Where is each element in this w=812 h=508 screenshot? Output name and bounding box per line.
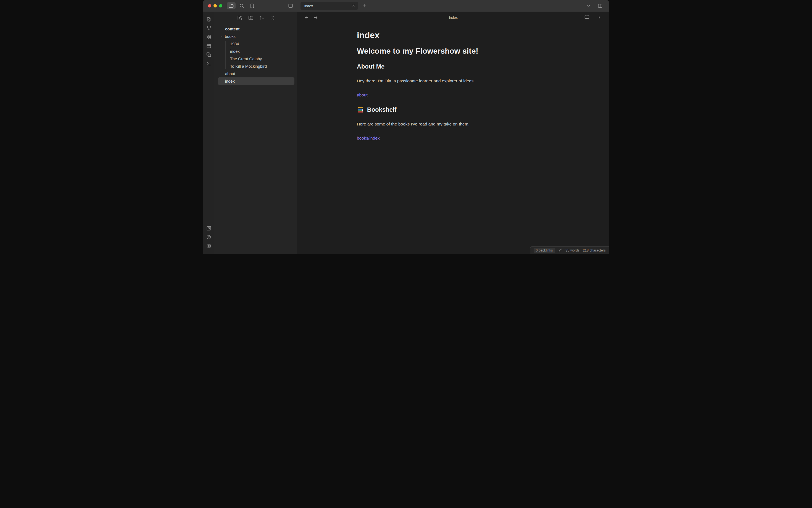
file-explorer-toolbar bbox=[215, 12, 297, 24]
search-icon bbox=[239, 3, 244, 8]
new-tab-button[interactable] bbox=[361, 2, 368, 9]
character-count: 218 characters bbox=[583, 249, 606, 252]
settings-button[interactable] bbox=[205, 242, 213, 250]
tab-close-button[interactable] bbox=[350, 3, 356, 9]
quick-switcher-button[interactable] bbox=[205, 15, 213, 24]
books-emoji-icon bbox=[357, 106, 364, 114]
navigate-forward-button[interactable] bbox=[312, 14, 319, 21]
collapse-all-button[interactable] bbox=[269, 14, 277, 22]
right-sidebar-toggle-button[interactable] bbox=[596, 2, 605, 9]
bookshelf-link[interactable]: books/index bbox=[357, 136, 380, 140]
obsidian-window: index bbox=[203, 0, 609, 254]
ribbon bbox=[203, 12, 215, 254]
arrow-left-icon bbox=[304, 15, 309, 20]
tab-bar: index bbox=[298, 0, 609, 12]
new-folder-icon bbox=[248, 15, 253, 20]
panel-left-icon bbox=[288, 3, 293, 8]
help-button[interactable] bbox=[205, 233, 213, 241]
editor-pane: index index Welcome to my bbox=[298, 12, 609, 254]
command-palette-button[interactable] bbox=[205, 59, 213, 68]
arrow-right-icon bbox=[314, 15, 318, 20]
graph-icon bbox=[206, 26, 211, 31]
reading-view-button[interactable] bbox=[582, 14, 591, 21]
vault-switcher-button[interactable] bbox=[205, 224, 213, 232]
status-bar: 0 backlinks 35 words 218 characters bbox=[530, 246, 609, 254]
close-window-button[interactable] bbox=[208, 4, 211, 7]
tree-item-label: The Great Gatsby bbox=[230, 57, 262, 61]
tab-index[interactable]: index bbox=[300, 2, 358, 10]
tree-file-books-index[interactable]: index bbox=[218, 47, 294, 55]
more-options-button[interactable] bbox=[594, 14, 604, 21]
search-button[interactable] bbox=[237, 2, 246, 9]
about-heading: About Me bbox=[357, 63, 598, 71]
book-open-icon bbox=[584, 15, 589, 20]
daily-note-button[interactable] bbox=[205, 42, 213, 50]
folder-icon bbox=[229, 3, 234, 8]
tab-list-button[interactable] bbox=[584, 2, 593, 9]
copy-icon bbox=[206, 52, 211, 57]
more-vertical-icon bbox=[597, 15, 602, 20]
sort-order-button[interactable] bbox=[258, 14, 266, 22]
vault-title[interactable]: content bbox=[218, 25, 294, 33]
tree-file-the-great-gatsby[interactable]: The Great Gatsby bbox=[218, 55, 294, 62]
calendar-icon bbox=[206, 43, 211, 48]
terminal-icon bbox=[206, 61, 211, 66]
pencil-icon[interactable] bbox=[559, 249, 562, 252]
tree-item-label: index bbox=[225, 79, 235, 83]
tree-item-label: index bbox=[230, 49, 240, 54]
note-inline-title: index bbox=[357, 30, 598, 40]
title-bar-right bbox=[584, 2, 609, 9]
tree-item-label: 1984 bbox=[230, 42, 239, 46]
sort-order-icon bbox=[259, 15, 264, 20]
view-header: index bbox=[298, 12, 609, 23]
navigate-back-button[interactable] bbox=[303, 14, 310, 21]
tab-title: index bbox=[304, 4, 350, 8]
backlinks-count[interactable]: 0 backlinks bbox=[534, 248, 555, 253]
collapse-all-icon bbox=[271, 15, 275, 20]
tree-item-label: about bbox=[225, 72, 235, 76]
traffic-lights bbox=[203, 4, 226, 7]
title-bar: index bbox=[203, 0, 609, 12]
word-count: 35 words bbox=[566, 249, 580, 252]
close-icon bbox=[351, 4, 355, 8]
new-note-icon bbox=[237, 15, 242, 20]
tree-folder-children: 1984 index The Great Gatsby To Kill a Mo… bbox=[215, 40, 297, 70]
new-folder-button[interactable] bbox=[247, 14, 254, 22]
tree-file-1984[interactable]: 1984 bbox=[218, 40, 294, 47]
bookmark-icon bbox=[250, 3, 255, 8]
zoom-window-button[interactable] bbox=[219, 4, 222, 7]
note-content: index Welcome to my Flowershow site! Abo… bbox=[298, 23, 609, 149]
canvas-button[interactable] bbox=[205, 33, 213, 41]
tree-file-index-selected[interactable]: index bbox=[218, 77, 294, 85]
bookshelf-heading: Bookshelf bbox=[357, 106, 598, 114]
files-view-button[interactable] bbox=[227, 2, 236, 9]
tree-folder-books[interactable]: books bbox=[218, 33, 294, 40]
tree-item-label: To Kill a Mockingbird bbox=[230, 64, 267, 69]
about-link[interactable]: about bbox=[357, 93, 368, 97]
title-bar-left bbox=[203, 0, 298, 12]
file-tree: content books 1984 index The bbox=[215, 24, 297, 86]
bookmarks-button[interactable] bbox=[248, 2, 256, 9]
insert-template-button[interactable] bbox=[205, 51, 213, 59]
grid-icon bbox=[206, 35, 211, 40]
view-header-title: index bbox=[298, 15, 609, 19]
vault-title-label: content bbox=[225, 27, 239, 31]
panel-right-icon bbox=[598, 3, 603, 8]
left-sidebar-toggle-button[interactable] bbox=[286, 2, 295, 9]
new-note-button[interactable] bbox=[236, 14, 243, 22]
chevron-down-icon bbox=[586, 4, 591, 8]
help-icon bbox=[206, 235, 211, 240]
minimize-window-button[interactable] bbox=[213, 4, 217, 7]
chevron-down-icon bbox=[220, 35, 223, 38]
vault-icon bbox=[206, 226, 211, 231]
bookshelf-heading-label: Bookshelf bbox=[367, 106, 396, 114]
plus-icon bbox=[362, 4, 367, 8]
settings-gear-icon bbox=[206, 244, 211, 249]
file-explorer: content books 1984 index The bbox=[215, 12, 298, 254]
about-paragraph: Hey there! I'm Ola, a passionate learner… bbox=[357, 78, 598, 84]
tree-file-about[interactable]: about bbox=[218, 70, 294, 77]
graph-view-button[interactable] bbox=[205, 24, 213, 32]
tree-item-label: books bbox=[225, 34, 236, 39]
tree-file-to-kill-a-mockingbird[interactable]: To Kill a Mockingbird bbox=[218, 62, 294, 70]
bookshelf-paragraph: Here are some of the books I've read and… bbox=[357, 121, 598, 127]
